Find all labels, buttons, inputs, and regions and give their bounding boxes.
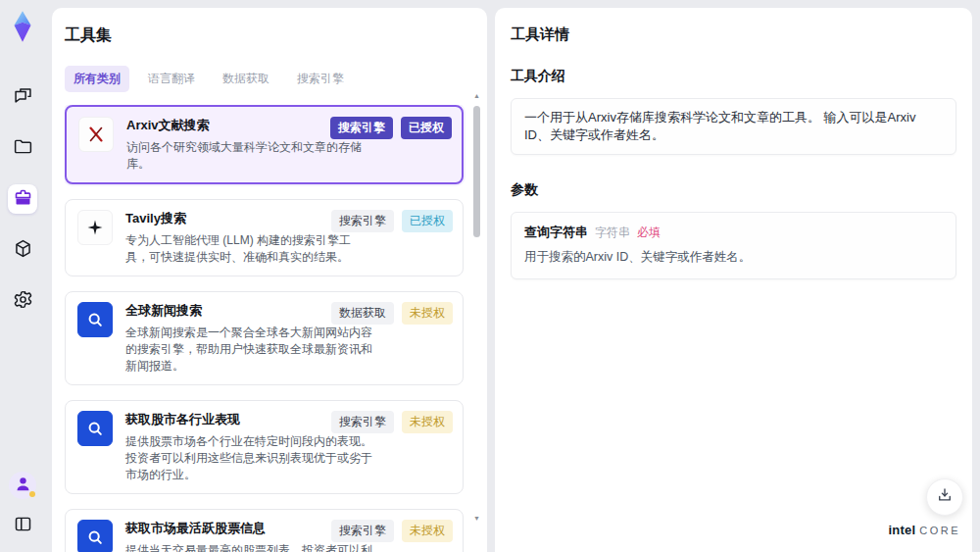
news-search-icon <box>77 302 113 337</box>
sidebar-item-account[interactable] <box>9 472 36 499</box>
intro-section-header: 工具介绍 <box>511 68 956 85</box>
tool-list: Arxiv文献搜索 访问各个研究领域大量科学论文和文章的存储库。 搜索引擎 已授… <box>65 105 473 552</box>
panel-toggle-icon <box>13 514 33 538</box>
tab-language-translation[interactable]: 语言翻译 <box>139 66 204 92</box>
params-section-header: 参数 <box>511 181 956 199</box>
scrollbar-thumb[interactable] <box>473 106 480 237</box>
app-logo-icon[interactable] <box>8 10 37 43</box>
sidebar <box>0 0 45 552</box>
sidebar-item-collapse[interactable] <box>8 511 37 540</box>
param-required-badge: 必填 <box>637 225 661 241</box>
sidebar-item-packages[interactable] <box>8 235 37 265</box>
tool-description: 访问各个研究领域大量科学论文和文章的存储库。 <box>126 139 373 173</box>
auth-status-badge: 已授权 <box>402 210 453 232</box>
download-icon <box>936 486 954 508</box>
download-button[interactable] <box>926 478 963 516</box>
tool-card-most-active-stocks[interactable]: 获取市场最活跃股票信息 提供当天交易量最高的股票列表，投资者可以利用这些信息来识… <box>65 509 464 552</box>
news-search-icon <box>77 520 113 552</box>
param-type: 字符串 <box>595 225 630 241</box>
scrollbar-down-arrow[interactable]: ▼ <box>473 515 480 522</box>
auth-status-badge: 未授权 <box>402 520 453 542</box>
category-badge: 搜索引擎 <box>331 520 394 542</box>
tool-card-global-news[interactable]: 全球新闻搜索 全球新闻搜索是一个聚合全球各大新闻网站内容的搜索引擎，帮助用户快速… <box>65 291 464 385</box>
param-description: 用于搜索的Arxiv ID、关键字或作者姓名。 <box>524 249 943 266</box>
list-scrollbar[interactable]: ▲ ▼ <box>473 94 480 520</box>
status-dot <box>29 491 35 497</box>
tool-description: 提供股票市场各个行业在特定时间段内的表现。投资者可以利用这些信息来识别表现优于或… <box>125 433 372 483</box>
sidebar-item-tools[interactable] <box>8 184 37 214</box>
news-search-icon <box>77 411 113 446</box>
sidebar-item-chat[interactable] <box>8 82 37 112</box>
tool-card-tavily[interactable]: Tavily搜索 专为人工智能代理 (LLM) 构建的搜索引擎工具，可快速提供实… <box>65 199 464 276</box>
tool-card-arxiv[interactable]: Arxiv文献搜索 访问各个研究领域大量科学论文和文章的存储库。 搜索引擎 已授… <box>65 105 464 184</box>
toolset-panel: 工具集 所有类别 语言翻译 数据获取 搜索引擎 Arxiv文献搜索 访问各个研究… <box>52 8 487 552</box>
auth-status-badge: 未授权 <box>402 411 453 433</box>
category-badge: 数据获取 <box>331 302 394 325</box>
chat-icon <box>13 85 33 110</box>
scrollbar-up-arrow[interactable]: ▲ <box>473 92 480 99</box>
category-tabs: 所有类别 语言翻译 数据获取 搜索引擎 <box>65 66 473 92</box>
tab-all-categories[interactable]: 所有类别 <box>65 66 129 92</box>
sidebar-item-settings[interactable] <box>8 286 37 316</box>
tab-data-fetch[interactable]: 数据获取 <box>214 66 278 92</box>
category-badge: 搜索引擎 <box>331 411 394 433</box>
tool-description: 提供当天交易量最高的股票列表，投资者可以利用这些信息来识别流动性强的股票和潜在的… <box>125 542 372 552</box>
category-badge: 搜索引擎 <box>331 210 394 232</box>
folder-icon <box>13 136 33 161</box>
param-name: 查询字符串 <box>524 224 588 241</box>
arxiv-logo-icon <box>78 117 114 152</box>
tool-intro-text: 一个用于从Arxiv存储库搜索科学论文和文章的工具。 输入可以是Arxiv ID… <box>511 98 956 155</box>
package-icon <box>13 238 33 263</box>
category-badge: 搜索引擎 <box>330 117 393 139</box>
brand-intel-text: intel <box>888 523 915 537</box>
tool-card-sector-performance[interactable]: 获取股市各行业表现 提供股票市场各个行业在特定时间段内的表现。投资者可以利用这些… <box>65 400 464 494</box>
tool-description: 专为人工智能代理 (LLM) 构建的搜索引擎工具，可快速提供实时、准确和真实的结… <box>125 232 372 266</box>
tool-description: 全球新闻搜索是一个聚合全球各大新闻网站内容的搜索引擎，帮助用户快速获取全球最新资… <box>125 325 372 375</box>
gear-icon <box>13 289 33 314</box>
tool-detail-panel: 工具详情 工具介绍 一个用于从Arxiv存储库搜索科学论文和文章的工具。 输入可… <box>495 8 972 552</box>
page-title: 工具集 <box>65 25 473 46</box>
sidebar-item-files[interactable] <box>8 133 37 163</box>
brand-core-text: CORE <box>919 525 960 536</box>
auth-status-badge: 已授权 <box>401 117 452 139</box>
parameter-card: 查询字符串 字符串 必填 用于搜索的Arxiv ID、关键字或作者姓名。 <box>511 212 956 279</box>
briefcase-icon <box>13 187 33 212</box>
sparkle-icon <box>77 210 113 245</box>
tab-search-engine[interactable]: 搜索引擎 <box>288 66 353 92</box>
intel-core-logo: intel CORE <box>888 523 960 537</box>
detail-title: 工具详情 <box>511 25 956 44</box>
auth-status-badge: 未授权 <box>402 302 453 325</box>
